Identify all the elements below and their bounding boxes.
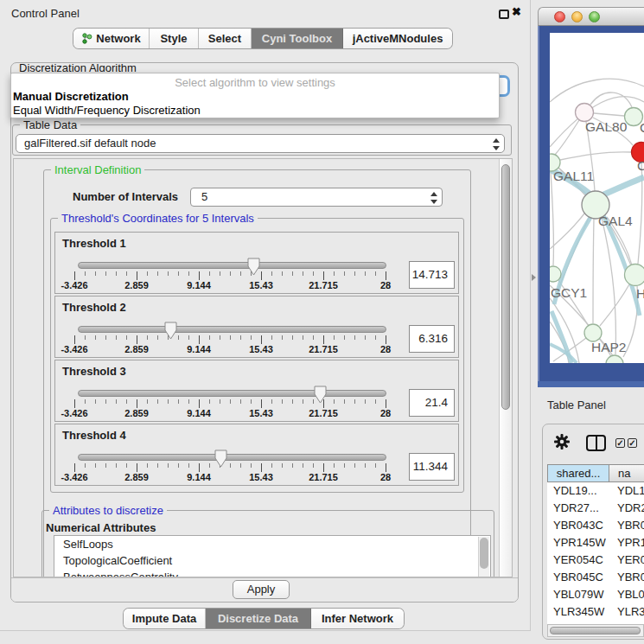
table-row[interactable]: YLR345WYLR345W (547, 603, 644, 621)
attributes-scrollbar-thumb[interactable] (480, 538, 488, 569)
tab-infer-network[interactable]: Infer Network (311, 609, 404, 628)
tab-label: Select (208, 32, 241, 45)
tab-jactivemnodules[interactable]: jActiveMNodules (343, 29, 452, 48)
tick-label: 21.715 (309, 280, 338, 290)
minimize-traffic-light[interactable] (571, 11, 583, 22)
threshold-panel-1: Threshold 1-3.4262.8599.14415.4321.71528… (54, 232, 459, 294)
attributes-scrollbar[interactable] (478, 537, 489, 577)
threshold-panel-2: Threshold 2-3.4262.8599.14415.4321.71528… (54, 296, 459, 358)
threshold-panel-4: Threshold 4-3.4262.8599.14415.4321.71528… (54, 424, 459, 486)
tick-label: -3.426 (61, 408, 87, 418)
threshold-value-field[interactable]: 14.713 (409, 261, 455, 289)
number-of-intervals-spinner[interactable]: 5 (190, 188, 443, 207)
network-canvas[interactable]: GAL80GACGAL11GAL4GCY1HHAP2 (550, 33, 644, 363)
cell-shared-name: YDR27... (553, 500, 599, 517)
tab-discretize-data[interactable]: Discretize Data (206, 609, 311, 628)
threshold-value-field[interactable]: 11.344 (409, 453, 455, 481)
threshold-value-field[interactable]: 6.316 (409, 325, 455, 353)
network-node-GCY1[interactable] (550, 266, 561, 282)
gear-icon[interactable] (554, 434, 570, 450)
slider-thumb[interactable] (314, 386, 327, 404)
slider-ticks (74, 463, 386, 472)
threshold-title: Threshold 1 (62, 237, 126, 250)
slider-track[interactable] (78, 454, 386, 461)
settings-viewport: Interval Definition Number of Intervals … (14, 159, 499, 577)
tick-label: -3.426 (61, 344, 87, 354)
tick-label: 2.859 (124, 472, 149, 482)
float-icon[interactable] (499, 10, 509, 19)
tick-label: 28 (380, 280, 391, 290)
table-row[interactable]: YPR145WYPR145W (547, 534, 644, 552)
tick-label: 21.715 (309, 472, 338, 482)
network-node-label: GAL80 (585, 119, 628, 134)
network-node-label: H (636, 286, 644, 301)
checkbox-icon[interactable]: ✓ (615, 438, 625, 448)
table-hscrollbar[interactable] (547, 624, 644, 637)
table-data-combobox[interactable]: galFiltered.sif default node (16, 134, 505, 153)
tick-label: 9.144 (187, 472, 211, 482)
settings-scrollbar-thumb[interactable] (501, 164, 510, 410)
tick-label: 15.43 (249, 280, 273, 290)
slider-thumb[interactable] (214, 450, 227, 468)
attribute-item[interactable]: BetweennessCentrality (54, 569, 490, 577)
table-row[interactable]: YDL19...YDL19 (547, 482, 644, 500)
tab-style[interactable]: Style (150, 29, 199, 48)
tick-label: 28 (380, 408, 391, 418)
table-row[interactable]: YBR045CYBR045C (547, 569, 644, 586)
app: Control Panel ✖ NetworkStyleSelectCyni T… (0, 0, 644, 644)
table-row[interactable]: YER054CYER054C (547, 552, 644, 569)
slider-track[interactable] (78, 262, 386, 269)
cell-shared-name: YER054C (553, 552, 603, 569)
attribute-item[interactable]: TopologicalCoefficient (54, 552, 490, 569)
tick-label: 28 (380, 472, 391, 482)
table-panel-title: Table Panel (547, 399, 606, 411)
settings-scrollbar[interactable] (499, 159, 512, 577)
threshold-title: Threshold 4 (62, 429, 126, 442)
close-icon[interactable]: ✖ (512, 5, 521, 18)
threshold-value-field[interactable]: 21.4 (409, 389, 455, 417)
table-row[interactable]: YBL079WYBL079W (547, 586, 644, 603)
tick-label: 9.144 (187, 344, 211, 354)
cell-name: YBL079W (617, 586, 644, 603)
slider-thumb[interactable] (247, 258, 260, 276)
column-header-shared-name[interactable]: shared... (547, 464, 609, 482)
columns-icon[interactable] (586, 435, 606, 451)
tick-label: 21.715 (309, 344, 338, 354)
tab-cyni-toolbox[interactable]: Cyni Toolbox (252, 29, 343, 48)
tab-network[interactable]: Network (73, 29, 150, 48)
panel-title: Control Panel (11, 7, 80, 20)
zoom-traffic-light[interactable] (589, 11, 600, 22)
slider-thumb[interactable] (164, 322, 177, 340)
tab-label: Infer Network (322, 612, 393, 625)
slider-ticks (74, 335, 386, 344)
table-row[interactable]: YDR27...YDR27 (547, 500, 644, 517)
attribute-item[interactable]: SelfLoops (54, 536, 490, 552)
close-traffic-light[interactable] (554, 11, 565, 22)
network-window-titlebar[interactable] (538, 7, 644, 26)
popup-item-manual-discretization[interactable]: Manual Discretization (13, 90, 129, 103)
column-header-name[interactable]: na (609, 464, 644, 482)
slider-track[interactable] (78, 326, 386, 333)
tick-label: 9.144 (187, 408, 211, 418)
apply-button[interactable]: Apply (233, 580, 290, 599)
cell-shared-name: YBL079W (553, 586, 604, 603)
numerical-attributes-list[interactable]: SelfLoopsTopologicalCoefficientBetweenne… (54, 535, 491, 577)
network-view-window: GAL80GACGAL11GAL4GCY1HHAP2 (538, 7, 644, 387)
slider-track[interactable] (78, 390, 386, 397)
network-node-HAP2[interactable] (584, 324, 602, 341)
popup-item-equal-width[interactable]: Equal Width/Frequency Discretization (13, 104, 201, 117)
cell-name: YDL19 (617, 482, 644, 500)
network-node-node[interactable] (606, 355, 623, 363)
popup-hint-item[interactable]: Select algorithm to view settings (11, 76, 499, 89)
tab-select[interactable]: Select (199, 29, 252, 48)
tab-impute-data[interactable]: Impute Data (124, 609, 206, 628)
tick-label: 21.715 (309, 408, 338, 418)
table-hscrollbar-thumb[interactable] (550, 627, 641, 634)
network-node-node[interactable] (625, 265, 644, 286)
table-row[interactable]: YBR043CYBR043C (547, 517, 644, 534)
splitpane-arrow-icon[interactable] (532, 274, 536, 281)
checkbox-icon[interactable]: ✓ (628, 438, 637, 448)
slider-ticks (74, 399, 386, 408)
algorithm-dropdown-popup: Select algorithm to view settings Manual… (10, 73, 500, 118)
slider-ticks (74, 271, 386, 280)
